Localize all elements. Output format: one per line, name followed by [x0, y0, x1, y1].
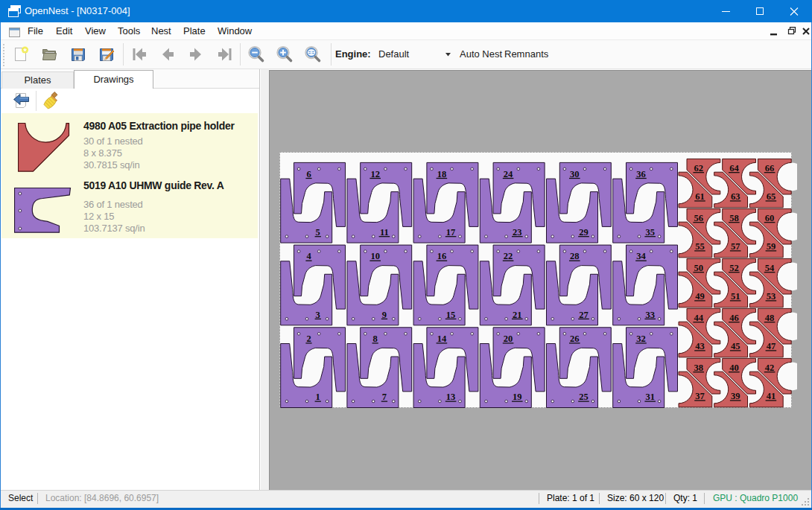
svg-text:34: 34	[636, 251, 646, 261]
svg-text:14: 14	[437, 334, 447, 344]
svg-text:60: 60	[765, 213, 775, 223]
svg-text:39: 39	[731, 391, 740, 401]
svg-text:64: 64	[729, 163, 739, 173]
svg-text:24: 24	[504, 169, 513, 179]
svg-text:18: 18	[437, 169, 447, 179]
svg-text:66: 66	[765, 163, 775, 173]
svg-text:54: 54	[765, 263, 775, 273]
svg-text:19: 19	[513, 392, 522, 402]
svg-text:22: 22	[504, 251, 513, 261]
svg-text:26: 26	[570, 334, 580, 344]
svg-text:3: 3	[316, 310, 320, 320]
svg-text:36: 36	[636, 169, 646, 179]
svg-text:23: 23	[513, 227, 522, 238]
svg-text:53: 53	[767, 291, 776, 302]
svg-text:61: 61	[695, 191, 705, 202]
svg-text:5: 5	[316, 227, 320, 238]
svg-text:42: 42	[765, 363, 775, 373]
svg-text:57: 57	[731, 241, 740, 252]
svg-text:29: 29	[579, 227, 589, 238]
svg-text:8: 8	[373, 334, 378, 344]
svg-text:65: 65	[767, 191, 776, 202]
svg-text:17: 17	[446, 227, 456, 238]
svg-text:43: 43	[695, 341, 705, 351]
svg-text:37: 37	[695, 391, 705, 401]
svg-text:27: 27	[579, 310, 589, 320]
svg-text:58: 58	[729, 213, 739, 223]
svg-text:16: 16	[437, 251, 447, 261]
svg-text:15: 15	[446, 310, 456, 320]
svg-text:52: 52	[729, 263, 739, 273]
svg-text:6: 6	[306, 169, 311, 179]
svg-text:12: 12	[370, 169, 380, 179]
svg-text:11: 11	[380, 227, 389, 238]
svg-text:47: 47	[767, 341, 776, 351]
svg-text:20: 20	[504, 334, 513, 344]
svg-text:44: 44	[694, 313, 703, 323]
svg-text:32: 32	[636, 334, 646, 344]
svg-text:50: 50	[694, 263, 703, 273]
svg-text:48: 48	[765, 313, 775, 323]
svg-text:21: 21	[513, 310, 522, 320]
svg-text:41: 41	[767, 391, 776, 401]
svg-text:7: 7	[382, 392, 387, 402]
svg-text:1: 1	[316, 392, 320, 402]
svg-text:28: 28	[570, 251, 580, 261]
svg-text:56: 56	[694, 213, 703, 223]
svg-text:33: 33	[645, 310, 655, 320]
svg-text:31: 31	[645, 392, 655, 402]
svg-text:38: 38	[694, 363, 703, 373]
svg-text:62: 62	[694, 163, 703, 173]
svg-text:40: 40	[729, 363, 739, 373]
svg-text:25: 25	[579, 392, 589, 402]
svg-text:30: 30	[570, 169, 580, 179]
svg-text:10: 10	[370, 251, 380, 261]
svg-text:4: 4	[306, 251, 311, 261]
svg-text:51: 51	[731, 291, 740, 302]
svg-text:49: 49	[695, 291, 705, 302]
svg-text:55: 55	[695, 241, 705, 252]
svg-text:45: 45	[731, 341, 740, 351]
svg-text:46: 46	[729, 313, 739, 323]
svg-text:35: 35	[645, 227, 655, 238]
svg-text:63: 63	[731, 191, 740, 202]
svg-text:59: 59	[767, 241, 776, 252]
svg-text:13: 13	[446, 392, 456, 402]
svg-text:9: 9	[382, 310, 387, 320]
svg-text:2: 2	[306, 334, 311, 344]
